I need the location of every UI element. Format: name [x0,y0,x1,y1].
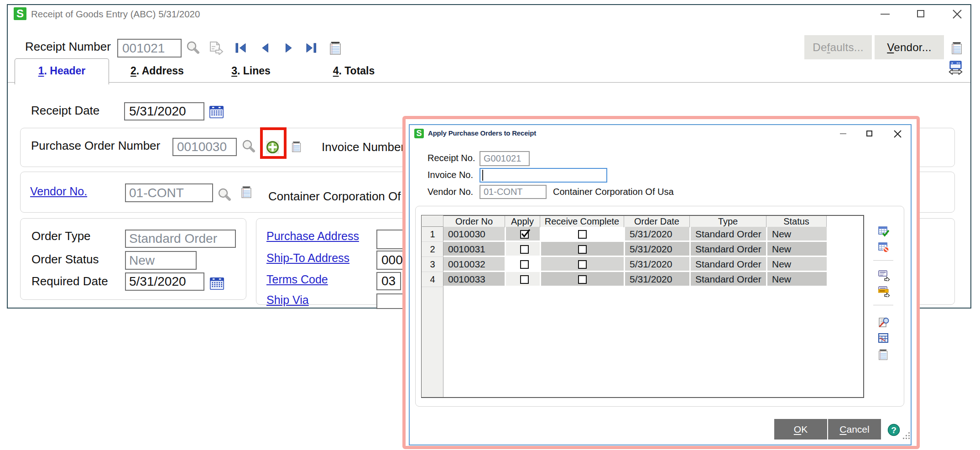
svg-text:?: ? [891,425,897,435]
